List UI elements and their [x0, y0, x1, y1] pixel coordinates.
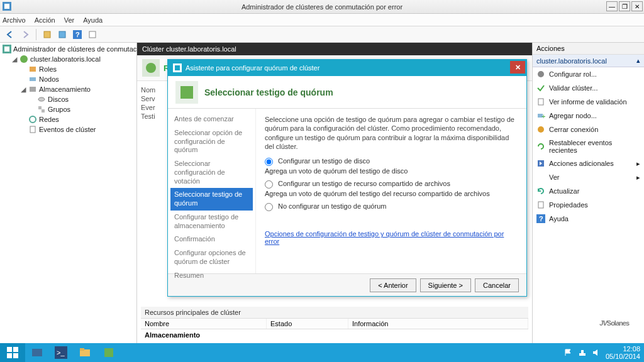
taskbar-powershell[interactable]: >_ — [49, 343, 73, 362]
tool-4-button[interactable] — [86, 28, 99, 41]
menu-ver[interactable]: Ver — [64, 16, 75, 24]
maximize-button[interactable]: ❐ — [619, 1, 630, 11]
taskbar-server-mgr[interactable] — [25, 343, 49, 362]
start-button[interactable] — [0, 343, 25, 362]
nav-fwd-button[interactable] — [19, 28, 31, 41]
wizard-nav-item[interactable]: Seleccionar configuración de votación — [170, 157, 253, 188]
option-no-witness[interactable]: No configurar un testigo de quórum — [265, 202, 518, 211]
radio-share[interactable] — [265, 180, 273, 189]
action-ver[interactable]: Ver▸ — [533, 170, 644, 184]
wizard-nav-item-active[interactable]: Seleccionar testigo de quórum — [170, 188, 253, 211]
back-button[interactable]: < Anterior — [370, 278, 416, 292]
wizard-nav-item[interactable]: Configurar opciones de quórum de clúster — [170, 246, 253, 269]
wizard-help-link[interactable]: Opciones de configuración de testigo y q… — [265, 230, 518, 245]
tree-root-item[interactable]: Administrador de clústeres de conmutació… — [1, 44, 135, 54]
wizard-nav-item[interactable]: Resumen — [170, 269, 253, 283]
wizard-step-icon — [175, 81, 198, 104]
tree-cluster[interactable]: ◢ cluster.laboratoris.local — [10, 54, 135, 64]
svg-rect-38 — [13, 353, 18, 358]
add-node-icon: + — [536, 111, 545, 120]
collapse-icon[interactable]: ▴ — [636, 57, 640, 65]
tree-roles[interactable]: Roles — [19, 64, 135, 74]
action-label: Propiedades — [549, 201, 588, 209]
svg-rect-2 — [44, 31, 50, 38]
wizard-nav-item[interactable]: Seleccionar opción de configuración de q… — [170, 126, 253, 157]
expand-icon[interactable]: ◢ — [11, 55, 18, 63]
resources-header[interactable]: Recursos principales de clúster — [141, 307, 528, 319]
option-disk-witness[interactable]: Configurar un testigo de disco — [265, 157, 518, 166]
col-name[interactable]: Nombre — [141, 319, 267, 329]
action-configurar-rol[interactable]: Configurar rol... — [533, 67, 644, 81]
col-state[interactable]: Estado — [267, 319, 348, 329]
action-validar[interactable]: Validar clúster... — [533, 81, 644, 95]
minimize-button[interactable]: — — [606, 1, 618, 11]
svg-point-19 — [146, 63, 156, 73]
wizard-close-button[interactable]: ✕ — [510, 61, 525, 74]
tray-flag-icon[interactable] — [564, 348, 573, 357]
action-restablecer[interactable]: Restablecer eventos recientes — [533, 136, 644, 156]
actions-section[interactable]: cluster.laboratoris.local ▴ — [533, 55, 644, 67]
tree-nodos-label: Nodos — [39, 75, 59, 83]
action-label: Ayuda — [549, 215, 569, 222]
help-icon[interactable]: ? — [71, 28, 84, 41]
wizard-nav-item[interactable]: Antes de comenzar — [170, 112, 253, 126]
menu-ayuda[interactable]: Ayuda — [83, 16, 103, 24]
action-ayuda[interactable]: ?Ayuda — [533, 212, 644, 226]
tray-sound-icon[interactable] — [592, 348, 601, 357]
action-adicionales[interactable]: Acciones adicionales▸ — [533, 156, 644, 170]
option-share-witness[interactable]: Configurar un testigo de recurso compart… — [265, 180, 518, 189]
tool-1-button[interactable] — [41, 28, 53, 41]
nav-back-button[interactable] — [4, 28, 16, 41]
tree-discos[interactable]: Discos — [28, 94, 135, 104]
gear-icon — [536, 70, 545, 79]
tree-nodos[interactable]: Nodos — [19, 74, 135, 84]
action-ver-informe[interactable]: Ver informe de validación — [533, 95, 644, 109]
taskbar: >_ 12:08 05/10/2014 — [0, 343, 644, 362]
svg-point-16 — [30, 116, 36, 123]
wizard-content: Seleccione una opción de testigo de quór… — [256, 109, 526, 273]
action-cerrar-conexion[interactable]: Cerrar conexión — [533, 123, 644, 136]
taskbar-explorer[interactable] — [73, 343, 97, 362]
svg-rect-14 — [38, 106, 42, 109]
wizard-nav-item[interactable]: Configurar testigo de almacenamiento — [170, 211, 253, 233]
radio-none[interactable] — [265, 203, 273, 211]
radio-disk[interactable] — [265, 158, 273, 166]
window-title: Administrador de clústeres de conmutació… — [242, 3, 402, 11]
svg-rect-32 — [175, 65, 180, 70]
cancel-button[interactable]: Cancelar — [475, 278, 519, 292]
action-agregar-nodo[interactable]: +Agregar nodo... — [533, 109, 644, 123]
refresh-icon — [536, 187, 545, 195]
menu-archivo[interactable]: Archivo — [3, 16, 26, 24]
tree-eventos[interactable]: Eventos de clúster — [19, 124, 135, 134]
close-button[interactable]: ✕ — [631, 1, 643, 11]
svg-point-9 — [20, 55, 28, 63]
tool-2-button[interactable] — [56, 28, 69, 41]
menu-accion[interactable]: Acción — [35, 16, 55, 24]
wizard-nav-item[interactable]: Confirmación — [170, 233, 253, 246]
group-almacen[interactable]: Almacenamiento — [141, 329, 528, 341]
action-actualizar[interactable]: Actualizar — [533, 184, 644, 198]
clock-date: 05/10/2014 — [606, 353, 640, 360]
wizard-titlebar[interactable]: Asistente para configurar quórum de clús… — [168, 60, 526, 76]
svg-rect-11 — [30, 77, 36, 81]
wizard-title: Asistente para configurar quórum de clús… — [186, 64, 319, 72]
wizard-header: Seleccionar testigo de quórum — [168, 76, 526, 109]
properties-icon — [536, 200, 545, 209]
action-label: Ver informe de validación — [549, 98, 627, 106]
resources-columns: Nombre Estado Información — [141, 319, 528, 329]
resources-title: Recursos principales de clúster — [145, 309, 241, 316]
expand-icon[interactable]: ◢ — [20, 85, 26, 94]
opt-label: Configurar un testigo de disco — [278, 157, 370, 165]
tree-redes[interactable]: Redes — [19, 114, 135, 124]
taskbar-clock[interactable]: 12:08 05/10/2014 — [606, 345, 640, 360]
next-button[interactable]: Siguiente > — [420, 278, 471, 292]
taskbar-cluster-mgr[interactable] — [97, 343, 121, 362]
svg-rect-34 — [180, 86, 193, 99]
tree-almacen[interactable]: ◢Almacenamiento — [19, 84, 135, 94]
col-info[interactable]: Información — [348, 319, 528, 329]
action-propiedades[interactable]: Propiedades — [533, 198, 644, 212]
tray-network-icon[interactable] — [578, 348, 587, 357]
svg-rect-6 — [89, 31, 96, 38]
action-label: Configurar rol... — [549, 70, 597, 78]
tree-grupos[interactable]: Grupos — [28, 104, 135, 114]
